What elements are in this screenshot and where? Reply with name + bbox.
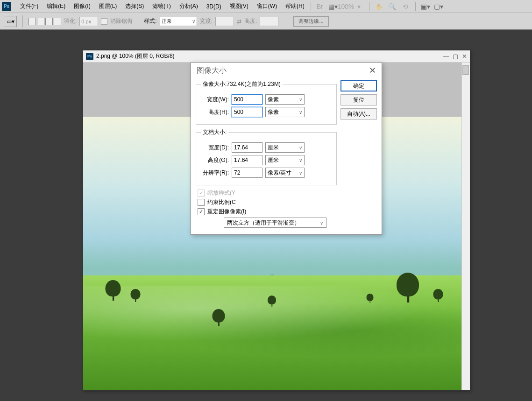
auto-button[interactable]: 自动(A)... [340,108,377,120]
resample-checkbox[interactable]: ✓ [198,208,205,215]
menu-file[interactable]: 文件(F) [16,2,43,10]
px-width-input[interactable] [232,94,262,105]
height-label: 高度: [244,17,257,25]
refine-edge-button[interactable]: 调整边缘... [293,16,328,27]
image-size-dialog: 图像大小 ✕ 像素大小:732.4K(之前为1.23M) 宽度(W): 像素∨ … [191,62,382,235]
style-select[interactable]: 正常∨ [160,17,197,26]
selection-intersect-icon[interactable] [54,18,61,25]
menubar: Ps 文件(F) 编辑(E) 图像(I) 图层(L) 选择(S) 滤镜(T) 分… [0,0,532,13]
menu-image[interactable]: 图像(I) [70,2,94,10]
resolution-unit-select[interactable]: 像素/英寸∨ [265,168,305,178]
ps-doc-icon: Ps [86,53,93,60]
menu-view[interactable]: 视图(V) [226,2,253,10]
document-size-legend: 文档大小: [201,128,228,136]
doc-height-label: 高度(G): [201,156,229,164]
screenmode2-icon[interactable]: ▢▾ [433,2,444,11]
document-size-group: 文档大小: 宽度(D): 厘米∨ 高度(G): 厘米∨ 分辨率(R): 像素/英… [196,128,337,185]
doc-height-unit-select[interactable]: 厘米∨ [265,155,305,165]
arrange-icon[interactable]: ▦▾ [328,2,338,11]
bridge-icon[interactable]: Br [315,2,325,11]
selection-subtract-icon[interactable] [45,18,53,25]
menu-layer[interactable]: 图层(L) [95,2,121,10]
separator [311,2,311,11]
scale-styles-label: 缩放样式(Y [207,189,235,197]
maximize-icon[interactable]: ▢ [453,53,458,60]
px-height-input[interactable] [232,107,262,117]
close-icon[interactable]: ✕ [369,65,376,76]
style-label: 样式: [144,17,156,25]
vertical-scrollbar[interactable] [461,63,470,390]
menu-analysis[interactable]: 分析(A) [175,2,202,10]
selection-add-icon[interactable] [37,18,44,25]
zoom-icon[interactable]: 🔍 [387,2,397,11]
swap-icon: ⇄ [237,18,241,25]
screenmode-icon[interactable]: ▣▾ [420,2,431,11]
document-title: 2.png @ 100% (图层 0, RGB/8) [96,52,175,60]
feather-input[interactable] [79,17,98,26]
resample-label: 重定图像像素(I) [207,208,246,216]
ps-logo-icon: Ps [2,2,11,11]
ok-button[interactable]: 确定 [340,80,377,91]
resample-method-select[interactable]: 两次立方（适用于平滑渐变）∨ [224,218,326,228]
antialias-label: 消除锯齿 [110,17,133,25]
dialog-titlebar[interactable]: 图像大小 ✕ [191,63,382,78]
document-titlebar[interactable]: Ps 2.png @ 100% (图层 0, RGB/8) — ▢ ✕ [83,50,470,63]
antialias-checkbox [101,18,107,25]
height-input [260,17,278,26]
pixel-dimensions-group: 像素大小:732.4K(之前为1.23M) 宽度(W): 像素∨ 高度(H): … [196,80,337,125]
menu-select[interactable]: 选择(S) [121,2,148,10]
separator [22,15,23,28]
px-height-label: 高度(H): [201,108,229,116]
feather-label: 羽化: [64,17,77,25]
width-label: 宽度: [200,17,213,25]
px-width-unit-select[interactable]: 像素∨ [265,94,305,105]
options-bar: ▭▾ 羽化: 消除锯齿 样式: 正常∨ 宽度: ⇄ 高度: 调整边缘... [0,13,532,30]
px-width-label: 宽度(W): [201,96,229,104]
chevron-down-icon: ▾ [354,2,364,11]
separator [369,2,369,11]
menu-3d[interactable]: 3D(D) [202,3,226,10]
menu-window[interactable]: 窗口(W) [253,2,281,10]
width-input [215,17,234,26]
separator [415,2,416,11]
menu-help[interactable]: 帮助(H) [281,2,309,10]
px-height-unit-select[interactable]: 像素∨ [265,107,305,117]
resolution-label: 分辨率(R): [201,169,229,177]
scroll-thumb[interactable] [462,65,469,75]
reset-button[interactable]: 复位 [340,94,377,106]
constrain-proportions-label: 约束比例(C [207,198,236,206]
selection-mode-group [28,18,61,25]
constrain-proportions-checkbox[interactable] [198,199,205,206]
doc-width-label: 宽度(D): [201,144,229,152]
menu-edit[interactable]: 编辑(E) [43,2,70,10]
rotate-icon[interactable]: ⟲ [400,2,411,11]
doc-width-unit-select[interactable]: 厘米∨ [265,142,305,153]
pixel-dimensions-legend: 像素大小:732.4K(之前为1.23M) [201,80,283,88]
zoom-label: 100% [341,2,351,11]
menu-filter[interactable]: 滤镜(T) [148,2,175,10]
hand-icon[interactable]: ✋ [374,2,384,11]
selection-new-icon[interactable] [28,18,36,25]
scale-styles-checkbox: ✓ [198,190,205,197]
dialog-title: 图像大小 [197,66,227,76]
resolution-input[interactable] [232,168,262,178]
close-icon[interactable]: ✕ [462,53,467,60]
doc-height-input[interactable] [232,155,262,165]
marquee-tool-icon[interactable]: ▭▾ [4,16,17,27]
minimize-icon[interactable]: — [443,53,449,60]
doc-width-input[interactable] [232,142,262,153]
